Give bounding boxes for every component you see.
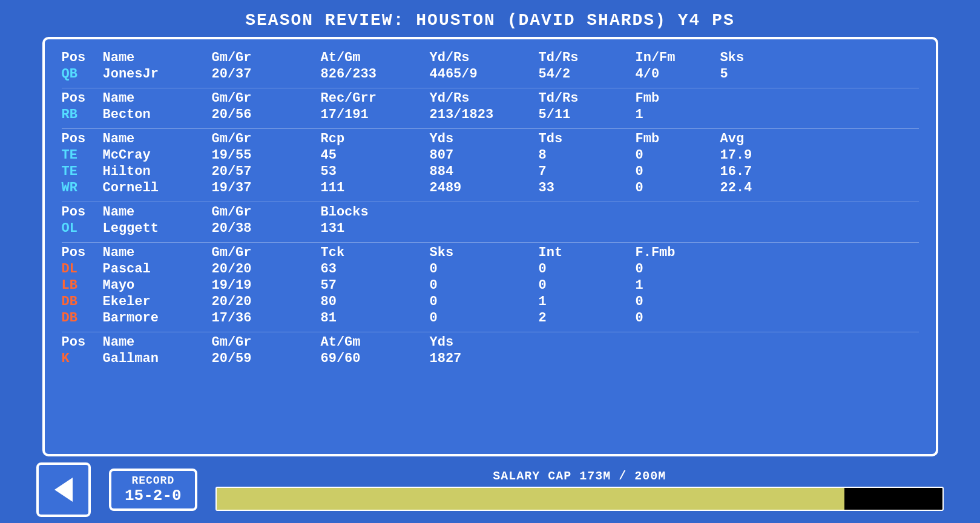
rb-gmgr: 20/56 [212, 107, 321, 122]
qb-ydrs: 4465/9 [430, 67, 539, 82]
hdr-name-def: Name [103, 245, 212, 260]
hdr-ydrs-qb: Yd/Rs [430, 50, 539, 65]
defense-section: Pos Name Gm/Gr Tck Sks Int F.Fmb DL Pasc… [62, 245, 919, 326]
name-rec-2: Cornell [103, 180, 212, 196]
def-e-0 [720, 262, 793, 277]
def-gmgr-2: 20/20 [212, 294, 321, 309]
hdr-int-def: Int [539, 245, 636, 260]
hdr-e1-k [539, 335, 636, 350]
hdr-e2-ol [539, 205, 636, 220]
rec-yds-1: 884 [430, 164, 539, 179]
pos-db-1: DB [62, 311, 103, 326]
def-int-1: 0 [539, 278, 636, 293]
rec-tds-0: 8 [539, 148, 636, 163]
def-row-2: DB Ekeler 20/20 80 0 1 0 [62, 294, 919, 309]
rb-header-row: Pos Name Gm/Gr Rec/Grr Yd/Rs Td/Rs Fmb [62, 91, 919, 106]
hdr-e2-k [636, 335, 720, 350]
def-sks-3: 0 [430, 311, 539, 326]
ol-blocks: 131 [321, 221, 430, 236]
name-qb-0: JonesJr [103, 67, 212, 82]
pos-k: K [62, 351, 103, 366]
qb-infm: 4/0 [636, 67, 720, 82]
hdr-fmb-rec: Fmb [636, 131, 720, 146]
rb-recgrr: 17/191 [321, 107, 430, 122]
hdr-ffmb-def: F.Fmb [636, 245, 720, 260]
k-e2 [636, 351, 720, 366]
def-ffmb-1: 1 [636, 278, 720, 293]
def-row-1: LB Mayo 19/19 57 0 0 1 [62, 278, 919, 293]
hdr-tds-rec: Tds [539, 131, 636, 146]
hdr-gmgr-k: Gm/Gr [212, 335, 321, 350]
def-gmgr-3: 17/36 [212, 311, 321, 326]
hdr-gmgr-qb: Gm/Gr [212, 50, 321, 65]
salary-cap-label: SALARY CAP 173M / 200M [215, 469, 944, 483]
k-e1 [539, 351, 636, 366]
hdr-name-k: Name [103, 335, 212, 350]
hdr-e-def [720, 245, 793, 260]
def-e-2 [720, 294, 793, 309]
def-ffmb-0: 0 [636, 262, 720, 277]
hdr-tdrs-rb: Td/Rs [539, 91, 636, 106]
hdr-tck-def: Tck [321, 245, 430, 260]
ol-e1 [430, 221, 539, 236]
rec-gmgr-0: 19/55 [212, 148, 321, 163]
pos-dl: DL [62, 262, 103, 277]
k-header-row: Pos Name Gm/Gr At/Gm Yds [62, 335, 919, 350]
rec-avg-1: 16.7 [720, 164, 793, 179]
pos-wr-0: WR [62, 180, 103, 196]
name-rec-0: McCray [103, 148, 212, 163]
k-e3 [720, 351, 793, 366]
rec-fmb-2: 0 [636, 180, 720, 196]
hdr-infm-qb: In/Fm [636, 50, 720, 65]
hdr-yds-k: Yds [430, 335, 539, 350]
hdr-pos-k: Pos [62, 335, 103, 350]
hdr-blocks-ol: Blocks [321, 205, 430, 220]
def-e-1 [720, 278, 793, 293]
hdr-e4-ol [720, 205, 793, 220]
rb-section: Pos Name Gm/Gr Rec/Grr Yd/Rs Td/Rs Fmb R… [62, 91, 919, 122]
pos-db-0: DB [62, 294, 103, 309]
rec-fmb-1: 0 [636, 164, 720, 179]
def-sks-1: 0 [430, 278, 539, 293]
qb-sks: 5 [720, 67, 793, 82]
def-gmgr-1: 19/19 [212, 278, 321, 293]
ol-section: Pos Name Gm/Gr Blocks OL Leggett 20/38 1… [62, 205, 919, 236]
record-value: 15-2-0 [125, 487, 182, 505]
hdr-atgm-k: At/Gm [321, 335, 430, 350]
def-gmgr-0: 20/20 [212, 262, 321, 277]
qb-gmgr: 20/37 [212, 67, 321, 82]
hdr-name-ol: Name [103, 205, 212, 220]
hdr-pos-ol: Pos [62, 205, 103, 220]
rb-row-0: RB Becton 20/56 17/191 213/1823 5/11 1 [62, 107, 919, 122]
hdr-gmgr-rb: Gm/Gr [212, 91, 321, 106]
pos-te-0: TE [62, 148, 103, 163]
ol-e4 [720, 221, 793, 236]
back-button[interactable] [36, 462, 91, 517]
hdr-name-rb: Name [103, 91, 212, 106]
ol-e3 [636, 221, 720, 236]
hdr-e3-k [720, 335, 793, 350]
def-tck-2: 80 [321, 294, 430, 309]
def-row-0: DL Pascal 20/20 63 0 0 0 [62, 262, 919, 277]
record-box: RECORD 15-2-0 [109, 469, 197, 511]
def-tck-0: 63 [321, 262, 430, 277]
hdr-pos-def: Pos [62, 245, 103, 260]
hdr-tdrs-qb: Td/Rs [539, 50, 636, 65]
k-yds: 1827 [430, 351, 539, 366]
rec-yds-2: 2489 [430, 180, 539, 196]
page-title: SEASON REVIEW: HOUSTON (DAVID SHARDS) Y4… [245, 11, 735, 30]
hdr-fmb-rb: Fmb [636, 91, 720, 106]
name-def-0: Pascal [103, 262, 212, 277]
hdr-avg-rec: Avg [720, 131, 793, 146]
qb-row-0: QB JonesJr 20/37 826/233 4465/9 54/2 4/0… [62, 67, 919, 82]
kicker-section: Pos Name Gm/Gr At/Gm Yds K Gallman 20/59… [62, 335, 919, 366]
rec-gmgr-1: 20/57 [212, 164, 321, 179]
name-rb-0: Becton [103, 107, 212, 122]
hdr-name-qb: Name [103, 50, 212, 65]
hdr-empty-rb [720, 91, 793, 106]
name-ol-0: Leggett [103, 221, 212, 236]
rec-avg-2: 22.4 [720, 180, 793, 196]
name-def-3: Barmore [103, 311, 212, 326]
hdr-sks-def: Sks [430, 245, 539, 260]
def-ffmb-3: 0 [636, 311, 720, 326]
